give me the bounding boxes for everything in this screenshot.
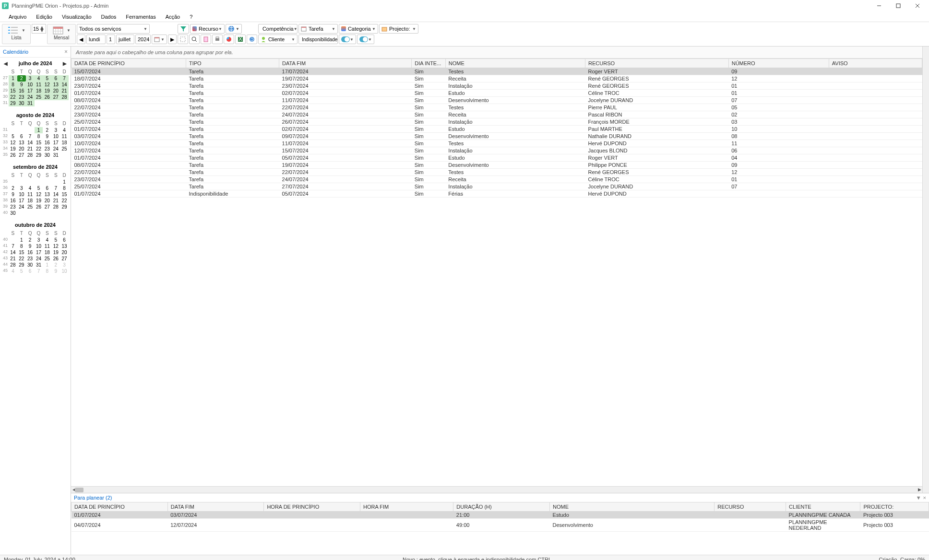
cal-day[interactable]: 12 [51, 243, 60, 249]
date-year-combo[interactable]: 2024 [135, 35, 151, 44]
resource-combo[interactable]: Recurso▼ [190, 24, 225, 34]
menu-visualização[interactable]: Visualização [57, 13, 96, 21]
cal-day[interactable]: 21 [26, 146, 35, 152]
cal-day[interactable]: 29 [60, 204, 69, 210]
cal-day[interactable]: 26 [9, 152, 17, 158]
cal-day[interactable]: 20 [43, 198, 51, 204]
cal-day[interactable]: 8 [60, 185, 69, 191]
close-button[interactable] [908, 0, 927, 12]
table-row[interactable]: 10/07/2024Tarefa11/07/2024SimTestesHervé… [71, 140, 922, 147]
cal-day[interactable]: 25 [60, 146, 69, 152]
cal-day[interactable]: 26 [51, 256, 60, 262]
menu-edição[interactable]: Edição [31, 13, 57, 21]
menu-ferramentas[interactable]: Ferramentas [121, 13, 160, 21]
table-row[interactable]: 15/07/2024Tarefa17/07/2024SimTestesRoger… [71, 68, 922, 75]
cal-day[interactable]: 26 [35, 204, 43, 210]
cal-day[interactable]: 29 [17, 262, 26, 268]
table-row[interactable]: 01/07/2024Tarefa05/07/2024SimEstudoRoger… [71, 154, 922, 162]
chart-button[interactable] [224, 35, 234, 44]
cal-day[interactable]: 16 [26, 249, 35, 256]
col-header[interactable]: RECURSO [715, 502, 786, 512]
date-day-combo[interactable]: lundi [86, 35, 106, 44]
menu-dados[interactable]: Dados [96, 13, 121, 21]
cal-day[interactable]: 21 [60, 88, 69, 94]
cal-day[interactable]: 16 [9, 198, 17, 204]
cal-day[interactable]: 22 [60, 198, 69, 204]
table-row[interactable]: 12/07/2024Tarefa15/07/2024SimInstalaçãoJ… [71, 147, 922, 154]
cal-day[interactable]: 14 [51, 191, 60, 198]
table-row[interactable]: 01/07/2024Indisponibilidade05/07/2024Sim… [71, 190, 922, 198]
table-row[interactable]: 08/07/2024Tarefa11/07/2024SimDesenvolvim… [71, 97, 922, 104]
cal-day[interactable]: 2 [17, 75, 26, 82]
cal-day[interactable]: 20 [51, 88, 60, 94]
bottom-grid[interactable]: DATA DE PRINCÍPIODATA FIMHORA DE PRINCÍP… [71, 502, 929, 532]
table-row[interactable]: 08/07/2024Tarefa19/07/2024SimDesenvolvim… [71, 162, 922, 169]
cal-day[interactable]: 5 [9, 133, 17, 140]
cal-day[interactable]: 22 [17, 256, 26, 262]
cal-day[interactable]: 4 [43, 237, 51, 243]
bottom-collapse-button[interactable]: ▼ [916, 495, 921, 501]
cal-day[interactable]: 29 [35, 152, 43, 158]
client-combo[interactable]: Cliente▼ [258, 35, 298, 44]
cal-day[interactable]: 15 [35, 140, 43, 146]
cal-day[interactable]: 27 [43, 204, 51, 210]
cal-day[interactable]: 4 [60, 127, 69, 133]
cal-day[interactable]: 14 [60, 82, 69, 88]
cal-day[interactable]: 7 [60, 75, 69, 82]
table-row[interactable]: 23/07/2024Tarefa24/07/2024SimReceitaCéli… [71, 176, 922, 183]
menu-acção[interactable]: Acção [161, 13, 185, 21]
report-button[interactable] [201, 35, 211, 44]
cal-day[interactable]: 24 [26, 94, 35, 100]
cal-day[interactable]: 14 [9, 249, 17, 256]
cal-day[interactable]: 8 [17, 243, 26, 249]
cal-day[interactable]: 22 [9, 94, 17, 100]
col-header[interactable]: HORA FIM [360, 502, 453, 512]
col-header[interactable]: DURAÇÃO (H) [453, 502, 550, 512]
search-button[interactable] [189, 35, 200, 44]
cal-day[interactable]: 11 [26, 191, 35, 198]
col-header[interactable]: RECURSO [585, 59, 729, 68]
cal-day[interactable]: 27 [17, 152, 26, 158]
cal-day[interactable]: 26 [43, 94, 51, 100]
category-combo[interactable]: Categoria▼ [339, 24, 378, 34]
cal-day[interactable]: 4 [26, 185, 35, 191]
maximize-button[interactable] [889, 0, 908, 12]
cal-day[interactable]: 25 [26, 204, 35, 210]
select-tool-button[interactable] [178, 35, 188, 44]
unavail-combo[interactable]: Indisponibilidade▼ [298, 35, 338, 44]
competence-combo[interactable]: Competência▼ [258, 24, 298, 34]
cal-day[interactable]: 9 [43, 133, 51, 140]
cal-day[interactable]: 10 [26, 82, 35, 88]
cal-day[interactable]: 23 [26, 256, 35, 262]
col-header[interactable]: NOME [445, 59, 585, 68]
table-row[interactable]: 01/07/2024Tarefa02/07/2024SimEstudoPaul … [71, 126, 922, 133]
cal-day[interactable]: 30 [9, 210, 17, 216]
cal-day[interactable]: 30 [17, 100, 26, 106]
cal-day[interactable]: 2 [9, 185, 17, 191]
cal-day[interactable]: 29 [9, 100, 17, 106]
cal-day[interactable]: 17 [17, 198, 26, 204]
date-month-combo[interactable]: juillet [116, 35, 134, 44]
view-monthly-button[interactable]: ▼ Mensal [47, 24, 76, 44]
cal-day[interactable]: 13 [17, 140, 26, 146]
table-row[interactable]: 04/07/202412/07/202449:00Desenvolvimento… [71, 519, 929, 532]
col-header[interactable]: TIPO [186, 59, 279, 68]
cal-day[interactable]: 20 [17, 146, 26, 152]
cal-day[interactable]: 3 [17, 185, 26, 191]
minimize-button[interactable] [869, 0, 889, 12]
cal-day[interactable]: 24 [35, 256, 43, 262]
services-combo[interactable]: Todos os serviços▼ [77, 24, 150, 34]
cal-day[interactable]: 23 [43, 146, 51, 152]
table-row[interactable]: 25/07/2024Tarefa27/07/2024SimInstalaçãoJ… [71, 183, 922, 190]
col-header[interactable]: CLIENTE [786, 502, 860, 512]
table-row[interactable]: 23/07/2024Tarefa24/07/2024SimReceitaPasc… [71, 111, 922, 118]
cal-day[interactable]: 6 [51, 75, 60, 82]
main-grid[interactable]: DATA DE PRINCÍPIOTIPODATA FIMDIA INTE...… [71, 58, 922, 198]
toggle-1[interactable]: ▼ [339, 35, 356, 44]
print-button[interactable] [212, 35, 223, 44]
cal-day[interactable]: 19 [35, 198, 43, 204]
cal-day[interactable]: 1 [9, 75, 17, 82]
h-scrollbar[interactable]: ◀ ▶ [71, 486, 922, 493]
col-header[interactable]: HORA DE PRINCÍPIO [264, 502, 360, 512]
col-header[interactable]: DATA FIM [167, 502, 264, 512]
